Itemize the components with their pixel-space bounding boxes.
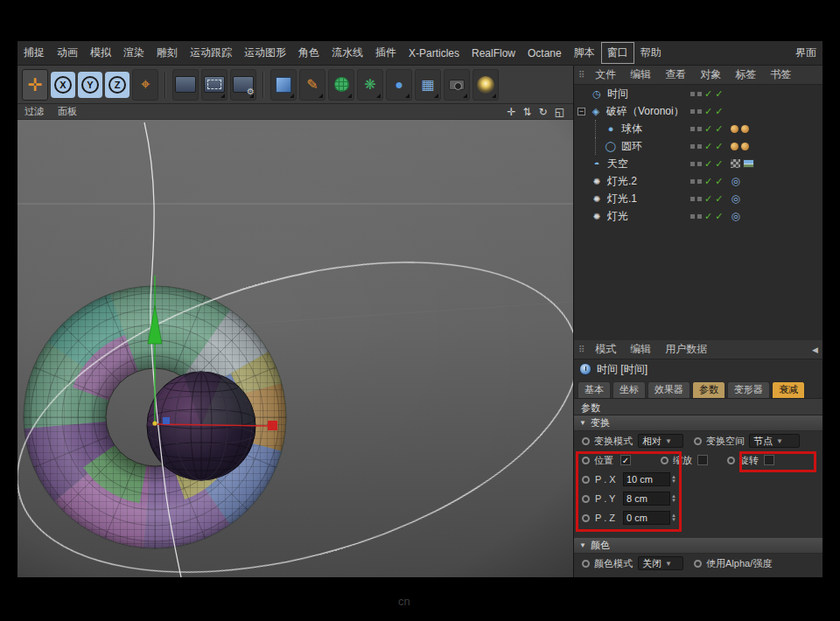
enabled-check-icon[interactable]: ✓ <box>704 194 712 204</box>
metaball-button[interactable]: ● <box>386 69 412 101</box>
object-row[interactable]: ✺ 灯光.2 ✓✓ ◎ <box>574 172 822 190</box>
enabled-check-icon[interactable]: ✓ <box>715 89 723 99</box>
om-menu-edit[interactable]: 编辑 <box>623 67 658 82</box>
panel-grip-icon[interactable]: ⠿ <box>574 345 588 354</box>
coordinate-system-button[interactable]: ⌖ <box>132 69 158 101</box>
rotation-checkbox[interactable] <box>764 455 774 465</box>
object-name[interactable]: 时间 <box>607 87 628 101</box>
object-row[interactable]: ◓ 天空 ✓✓ <box>574 155 822 172</box>
rotate-icon[interactable]: ↻ <box>539 106 548 118</box>
enabled-check-icon[interactable]: ✓ <box>715 142 723 151</box>
spinner-arrows-icon[interactable]: ▲▼ <box>671 494 676 503</box>
enabled-check-icon[interactable]: ✓ <box>715 124 723 134</box>
menu-item[interactable]: 插件 <box>369 42 402 64</box>
tab-coordinates[interactable]: 坐标 <box>612 381 646 398</box>
spline-pen-button[interactable]: ✎ <box>299 69 326 101</box>
om-menu-tags[interactable]: 标签 <box>728 67 763 82</box>
tab-falloff[interactable]: 衰减 <box>772 381 805 398</box>
am-menu-mode[interactable]: 模式 <box>588 342 623 357</box>
keyframe-circle-icon[interactable] <box>582 457 590 464</box>
render-settings-button[interactable] <box>230 69 256 101</box>
object-row[interactable]: ◯ 圆环 ✓✓ <box>574 137 822 155</box>
editor-visibility-dot[interactable] <box>690 162 695 166</box>
target-tag-icon[interactable]: ◎ <box>731 211 739 221</box>
material-tag-icon[interactable] <box>741 125 749 133</box>
color-group-header[interactable]: ▼ 颜色 <box>574 538 822 554</box>
object-name[interactable]: 灯光.1 <box>607 192 637 206</box>
enabled-check-icon[interactable]: ✓ <box>715 194 723 204</box>
enabled-check-icon[interactable]: ✓ <box>715 177 723 186</box>
viewport-canvas[interactable] <box>18 120 573 577</box>
keyframe-circle-icon[interactable] <box>582 514 590 522</box>
tab-deformer[interactable]: 变形器 <box>727 381 770 398</box>
am-menu-edit[interactable]: 编辑 <box>623 342 658 357</box>
scale-checkbox[interactable] <box>697 455 708 465</box>
object-row[interactable]: ◷ 时间 ✓✓ <box>574 85 822 102</box>
render-visibility-dot[interactable] <box>697 144 702 149</box>
editor-visibility-dot[interactable] <box>690 92 695 96</box>
keyframe-circle-icon[interactable] <box>582 437 590 445</box>
enabled-check-icon[interactable]: ✓ <box>704 89 712 99</box>
maximize-icon[interactable]: ◱ <box>555 106 564 118</box>
floor-grid-button[interactable]: ▦ <box>415 69 441 101</box>
render-visibility-dot[interactable] <box>697 162 702 166</box>
menu-item[interactable]: 角色 <box>292 42 326 64</box>
history-back-icon[interactable]: ◀ <box>812 345 822 354</box>
move-tool-button[interactable]: ✛ <box>22 69 48 101</box>
render-region-button[interactable] <box>201 69 228 101</box>
tab-effector[interactable]: 效果器 <box>648 381 690 398</box>
x-axis-handle-box[interactable] <box>268 421 277 430</box>
color-mode-select[interactable]: 关闭 ▼ <box>638 556 683 570</box>
enabled-check-icon[interactable]: ✓ <box>704 107 712 116</box>
object-name[interactable]: 球体 <box>621 122 642 136</box>
pz-input[interactable] <box>623 511 670 525</box>
menu-item[interactable]: 模拟 <box>84 42 117 64</box>
keyframe-circle-icon[interactable] <box>694 560 702 568</box>
interface-layout-menu[interactable]: 界面 <box>789 42 822 64</box>
transform-mode-select[interactable]: 相对 ▼ <box>638 434 683 448</box>
keyframe-circle-icon[interactable] <box>661 457 668 464</box>
menu-item[interactable]: 帮助 <box>634 42 668 64</box>
editor-visibility-dot[interactable] <box>690 144 695 149</box>
menu-item[interactable]: 流水线 <box>326 42 369 64</box>
om-menu-bookmarks[interactable]: 书签 <box>763 67 798 82</box>
transform-space-select[interactable]: 节点 ▼ <box>749 434 800 448</box>
om-menu-file[interactable]: 文件 <box>588 67 623 82</box>
menu-item[interactable]: 脚本 <box>568 42 601 64</box>
menu-item-window[interactable]: 窗口 <box>601 42 634 64</box>
render-visibility-dot[interactable] <box>697 127 702 131</box>
render-visibility-dot[interactable] <box>697 214 702 219</box>
object-row[interactable]: ● 球体 ✓✓ <box>574 120 822 137</box>
menu-item[interactable]: 运动跟踪 <box>184 42 238 64</box>
enabled-check-icon[interactable]: ✓ <box>704 142 712 151</box>
object-row[interactable]: ✺ 灯光.1 ✓✓ ◎ <box>574 190 822 207</box>
target-tag-icon[interactable]: ◎ <box>731 193 739 204</box>
render-visibility-dot[interactable] <box>697 179 702 184</box>
editor-visibility-dot[interactable] <box>690 127 695 131</box>
object-row[interactable]: ✺ 灯光 ✓✓ ◎ <box>574 207 822 225</box>
enabled-check-icon[interactable]: ✓ <box>704 177 712 186</box>
zoom-icon[interactable]: ⇅ <box>523 106 532 118</box>
editor-visibility-dot[interactable] <box>690 179 695 184</box>
material-tag-icon[interactable] <box>731 143 738 150</box>
enabled-check-icon[interactable]: ✓ <box>715 159 723 169</box>
viewport-filter-tab[interactable]: 过滤 <box>18 105 51 118</box>
z-axis-lock-button[interactable]: Z <box>105 72 130 98</box>
tab-parameter[interactable]: 参数 <box>692 381 725 398</box>
menu-item[interactable]: Octane <box>522 44 568 63</box>
object-name[interactable]: 破碎（Voronoi） <box>606 104 684 119</box>
object-name[interactable]: 圆环 <box>621 139 642 154</box>
camera-button[interactable] <box>444 69 470 101</box>
enabled-check-icon[interactable]: ✓ <box>704 159 712 169</box>
object-row[interactable]: − ◈ 破碎（Voronoi） ✓✓ <box>574 102 822 120</box>
position-checkbox[interactable]: ✓ <box>620 455 631 465</box>
object-name[interactable]: 灯光.2 <box>607 174 637 189</box>
spinner-arrows-icon[interactable]: ▲▼ <box>671 513 676 522</box>
panel-grip-icon[interactable]: ⠿ <box>574 70 588 80</box>
menu-item[interactable]: 渲染 <box>117 42 150 64</box>
enabled-check-icon[interactable]: ✓ <box>715 107 723 116</box>
tab-basic[interactable]: 基本 <box>578 381 611 398</box>
transform-group-header[interactable]: ▼ 变换 <box>574 415 822 431</box>
menu-item[interactable]: X-Particles <box>402 44 466 63</box>
editor-visibility-dot[interactable] <box>690 197 695 201</box>
